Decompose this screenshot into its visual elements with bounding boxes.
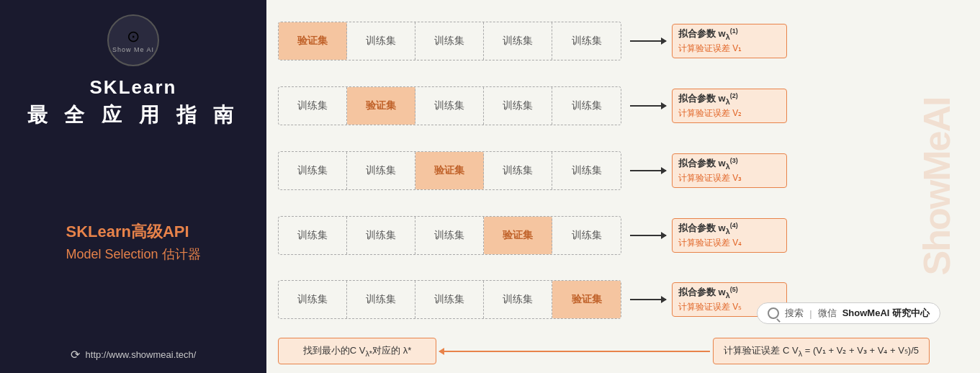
- bottom-right-box: 计算验证误差 C Vλ = (V₁ + V₂ + V₃ + V₄ + V₅)/5: [713, 338, 930, 364]
- arrow-line-5: [630, 299, 666, 300]
- cv-cells-4: 训练集训练集训练集验证集训练集: [278, 216, 621, 255]
- arrow-line-4: [630, 235, 666, 236]
- arrow-line-1: [630, 40, 666, 42]
- logo-label: Show Me AI: [112, 46, 154, 53]
- cv-cell-3-3: 验证集: [415, 152, 484, 189]
- search-brand: ShowMeAI 研究中心: [842, 307, 930, 320]
- cv-cell-4-2: 训练集: [347, 217, 415, 254]
- cv-rows: 验证集训练集训练集训练集训练集拟合参数 wλ(1)计算验证误差 V₁训练集验证集…: [278, 9, 944, 332]
- arrow-line-2: [630, 105, 666, 107]
- search-divider: |: [809, 308, 812, 319]
- cv-cell-5-5: 验证集: [552, 281, 621, 318]
- cv-cell-2-3: 训练集: [415, 87, 484, 125]
- title-sklearn: SKLearn: [27, 76, 240, 99]
- result-line2-3: 计算验证误差 V₃: [678, 172, 781, 184]
- cv-cell-4-4: 验证集: [484, 217, 552, 254]
- cv-row-3: 训练集训练集验证集训练集训练集拟合参数 wλ(3)计算验证误差 V₃: [278, 151, 930, 190]
- result-line1-3: 拟合参数 wλ(3): [678, 157, 781, 171]
- cv-cell-2-5: 训练集: [552, 87, 621, 125]
- cv-cell-5-1: 训练集: [279, 281, 347, 318]
- bottom-link[interactable]: ⟳ http://www.showmeai.tech/: [71, 348, 197, 361]
- result-line2-4: 计算验证误差 V₄: [678, 237, 781, 249]
- cv-cell-4-5: 训练集: [552, 217, 621, 254]
- cv-cell-5-2: 训练集: [347, 281, 415, 318]
- left-panel: ⊙ Show Me AI SKLearn 最 全 应 用 指 南 SKLearn…: [0, 0, 266, 373]
- subtitle-block: SKLearn高级API Model Selection 估计器: [66, 221, 200, 263]
- cv-cell-2-2: 验证集: [347, 87, 415, 125]
- title-guide: 最 全 应 用 指 南: [27, 102, 240, 129]
- arrow-result-3: 拟合参数 wλ(3)计算验证误差 V₃: [630, 153, 787, 188]
- result-line2-2: 计算验证误差 V₂: [678, 107, 781, 120]
- result-line1-1: 拟合参数 wλ(1): [678, 27, 781, 41]
- cv-cell-3-1: 训练集: [279, 152, 347, 189]
- link-icon: ⟳: [71, 348, 80, 361]
- logo-circle: ⊙ Show Me AI: [107, 14, 159, 66]
- search-icon: [768, 307, 779, 319]
- cv-cell-4-1: 训练集: [279, 217, 347, 254]
- title-block: SKLearn 最 全 应 用 指 南: [27, 76, 240, 129]
- cv-cell-3-5: 训练集: [552, 152, 621, 189]
- cv-cell-2-1: 训练集: [279, 87, 347, 125]
- search-bar[interactable]: 搜索 | 微信 ShowMeAI 研究中心: [757, 302, 940, 324]
- cv-cell-4-3: 训练集: [415, 217, 484, 254]
- logo-area: ⊙ Show Me AI SKLearn 最 全 应 用 指 南: [27, 14, 240, 129]
- cv-cell-1-5: 训练集: [552, 22, 621, 60]
- arrow-result-4: 拟合参数 wλ(4)计算验证误差 V₄: [630, 218, 787, 253]
- subtitle-model: Model Selection 估计器: [66, 246, 200, 263]
- robot-icon: ⊙: [127, 27, 140, 46]
- arrow-result-1: 拟合参数 wλ(1)计算验证误差 V₁: [630, 24, 787, 58]
- cv-cell-3-4: 训练集: [484, 152, 552, 189]
- arrow-result-2: 拟合参数 wλ(2)计算验证误差 V₂: [630, 89, 787, 123]
- result-box-1: 拟合参数 wλ(1)计算验证误差 V₁: [672, 24, 787, 58]
- result-line1-5: 拟合参数 wλ(5): [678, 286, 781, 300]
- search-wechat-label: 微信: [818, 307, 837, 320]
- cv-row-2: 训练集验证集训练集训练集训练集拟合参数 wλ(2)计算验证误差 V₂: [278, 86, 930, 125]
- cv-cell-1-4: 训练集: [484, 22, 552, 60]
- right-panel: ShowMeAI 验证集训练集训练集训练集训练集拟合参数 wλ(1)计算验证误差…: [266, 0, 980, 373]
- cv-row-1: 验证集训练集训练集训练集训练集拟合参数 wλ(1)计算验证误差 V₁: [278, 22, 930, 60]
- result-box-4: 拟合参数 wλ(4)计算验证误差 V₄: [672, 218, 787, 253]
- cv-cell-5-3: 训练集: [415, 281, 484, 318]
- subtitle-api: SKLearn高级API: [66, 221, 200, 243]
- bottom-arrow: [439, 351, 710, 352]
- bottom-left-box: 找到最小的C Vλ*对应的 λ*: [278, 338, 436, 364]
- result-line1-4: 拟合参数 wλ(4): [678, 222, 781, 235]
- cv-cells-1: 验证集训练集训练集训练集训练集: [278, 22, 621, 60]
- cv-cell-1-2: 训练集: [347, 22, 415, 60]
- link-url: http://www.showmeai.tech/: [86, 349, 197, 360]
- result-box-3: 拟合参数 wλ(3)计算验证误差 V₃: [672, 153, 787, 188]
- cv-row-4: 训练集训练集训练集验证集训练集拟合参数 wλ(4)计算验证误差 V₄: [278, 216, 930, 255]
- cv-cells-3: 训练集训练集验证集训练集训练集: [278, 151, 621, 190]
- cv-cell-3-2: 训练集: [347, 152, 415, 189]
- cv-cells-5: 训练集训练集训练集训练集验证集: [278, 280, 621, 319]
- arrow-line-3: [630, 170, 666, 171]
- cv-cell-5-4: 训练集: [484, 281, 552, 318]
- search-label: 搜索: [785, 307, 804, 320]
- result-box-2: 拟合参数 wλ(2)计算验证误差 V₂: [672, 89, 787, 123]
- cv-cells-2: 训练集验证集训练集训练集训练集: [278, 86, 621, 125]
- cv-cell-1-1: 验证集: [279, 22, 347, 60]
- bottom-row: 找到最小的C Vλ*对应的 λ* 计算验证误差 C Vλ = (V₁ + V₂ …: [278, 338, 944, 364]
- result-line1-2: 拟合参数 wλ(2): [678, 92, 781, 106]
- cv-cell-1-3: 训练集: [415, 22, 484, 60]
- result-line2-1: 计算验证误差 V₁: [678, 42, 781, 55]
- cv-cell-2-4: 训练集: [484, 87, 552, 125]
